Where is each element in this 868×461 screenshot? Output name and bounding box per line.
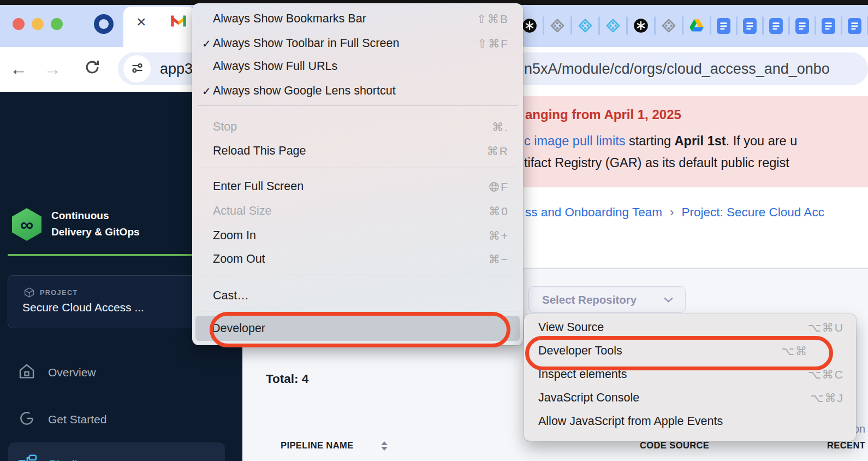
docs-icon[interactable] <box>848 18 861 34</box>
tab-separator <box>598 16 600 35</box>
docs-icon[interactable] <box>743 18 757 34</box>
breadcrumb-separator: › <box>670 205 674 220</box>
tab-separator <box>841 16 842 35</box>
get-started-icon <box>17 409 36 430</box>
menu-item-shortcut: ⌘0 <box>489 205 519 218</box>
minimize-button[interactable] <box>32 18 44 30</box>
gmail-icon[interactable] <box>170 14 187 30</box>
sidebar-item-pipelines[interactable]: Pipelines <box>17 452 96 461</box>
docs-icon[interactable] <box>769 18 783 34</box>
clover-gray-icon[interactable] <box>550 18 565 33</box>
harness-ring-icon[interactable] <box>94 14 114 34</box>
menu-item-always-show-google-lens-shortcut[interactable]: ✓ Always show Google Lens shortcut <box>197 79 519 103</box>
chatgpt-icon[interactable] <box>633 18 649 33</box>
banner-bold-text: April 1st <box>675 134 726 148</box>
url-text-left[interactable]: app3 <box>160 61 193 78</box>
column-header-code-source: CODE SOURCE <box>640 440 709 451</box>
home-icon <box>17 362 36 383</box>
column-header-pipeline-name[interactable]: PIPELINE NAME <box>281 440 354 451</box>
harness-cd-hexagon-icon: ∞ <box>12 208 41 241</box>
docs-icon[interactable] <box>822 18 835 34</box>
menu-item-javascript-console[interactable]: JavaScript Console ⌥⌘J <box>528 386 852 410</box>
shortcut-key: F <box>501 180 509 193</box>
menu-item-shortcut: ⌥⌘J <box>810 392 852 405</box>
sidebar-item-label: Overview <box>48 366 96 379</box>
sidebar-item-overview[interactable]: Overview <box>17 360 96 385</box>
breadcrumb-project-link[interactable]: Project: Secure Cloud Acc <box>682 205 824 220</box>
menu-item-always-show-toolbar-in-full-screen[interactable]: ✓ Always Show Toolbar in Full Screen ⇧⌘F <box>197 32 519 55</box>
menu-item-stop: Stop ⌘. <box>197 115 519 139</box>
tab-separator <box>815 16 816 35</box>
menu-item-label: Reload This Page <box>213 144 306 158</box>
select-repository-dropdown[interactable]: Select Repository <box>528 286 686 313</box>
tab-separator <box>543 16 544 35</box>
tab-separator <box>682 16 683 35</box>
sidebar-item-get-started[interactable]: Get Started <box>17 407 106 432</box>
reload-icon[interactable] <box>83 58 102 79</box>
url-text-right[interactable]: n5xA/module/cd/orgs/cloud_access_and_onb… <box>524 61 868 78</box>
menu-item-actual-size: Actual Size ⌘0 <box>197 199 519 223</box>
globe-icon <box>489 180 500 193</box>
menu-item-allow-javascript-from-apple-events[interactable]: Allow JavaScript from Apple Events <box>528 410 852 433</box>
menu-item-label: Always Show Full URLs <box>213 60 337 73</box>
docs-icon[interactable] <box>717 18 730 34</box>
tab-separator <box>762 16 764 35</box>
breadcrumb-org-link[interactable]: ss and Onboarding Team <box>525 205 662 220</box>
menu-item-label: Enter Full Screen <box>213 180 304 193</box>
menu-item-always-show-bookmarks-bar[interactable]: Always Show Bookmarks Bar ⇧⌘B <box>197 7 519 31</box>
tab-separator <box>788 16 790 35</box>
menu-item-shortcut: ⌘− <box>489 253 519 266</box>
clover-blue-icon[interactable] <box>605 18 621 33</box>
banner-link[interactable]: c image pull limits <box>524 134 625 148</box>
drive-icon[interactable] <box>689 19 704 33</box>
menu-item-cast[interactable]: Cast… <box>197 284 519 308</box>
clover-blue-icon[interactable] <box>578 18 593 33</box>
menu-separator <box>198 311 518 311</box>
menu-item-shortcut: ⇧⌘B <box>477 13 519 26</box>
menu-item-label: Zoom In <box>213 229 256 243</box>
developer-submenu: View Source ⌥⌘U Developer Tools ⌥⌘ Inspe… <box>524 314 856 441</box>
back-icon[interactable]: ← <box>10 60 27 78</box>
menu-item-label: Allow JavaScript from Apple Events <box>528 415 723 428</box>
annotation-circle-developer-tools <box>525 336 833 370</box>
menu-separator <box>198 168 518 168</box>
tab-close-icon[interactable]: × <box>136 14 146 30</box>
clover-gray-icon[interactable] <box>661 18 676 33</box>
menu-item-zoom-in[interactable]: Zoom In ⌘+ <box>197 224 519 247</box>
menu-separator <box>198 275 518 275</box>
chatgpt-icon[interactable] <box>522 18 537 33</box>
docs-icon[interactable] <box>795 18 809 34</box>
menu-item-label: JavaScript Console <box>528 391 639 405</box>
menu-item-label: Always Show Toolbar in Full Screen <box>213 37 399 50</box>
annotation-circle-developer <box>210 312 510 347</box>
zoom-button[interactable] <box>51 18 63 30</box>
banner-line3: tifact Registry (GAR) as its default pub… <box>524 156 789 170</box>
tab-separator <box>570 16 572 35</box>
menu-item-zoom-out[interactable]: Zoom Out ⌘− <box>197 247 519 271</box>
module-title-line1: Continuous <box>51 208 140 224</box>
menu-item-reload-this-page[interactable]: Reload This Page ⌘R <box>197 139 519 163</box>
sort-arrows-icon[interactable] <box>381 441 388 451</box>
banner-title: anging from April 1, 2025 <box>525 107 681 122</box>
chevron-down-icon <box>664 295 673 305</box>
module-title: Continuous Delivery & GitOps <box>51 208 140 240</box>
tab-separator <box>626 16 628 35</box>
menu-item-shortcut: F <box>489 180 519 193</box>
mini-tab-row <box>522 13 868 39</box>
menu-item-label: Actual Size <box>213 204 272 218</box>
banner-line2: c image pull limits starting April 1st. … <box>524 134 797 149</box>
forward-icon[interactable]: → <box>44 60 61 78</box>
checkmark: ✓ <box>197 85 213 98</box>
site-settings-chip[interactable] <box>123 55 151 82</box>
menu-item-enter-full-screen[interactable]: Enter Full Screen F <box>197 175 519 198</box>
project-label: PROJECT <box>40 289 78 297</box>
tab-separator <box>710 16 711 35</box>
module-title-line2: Delivery & GitOps <box>51 224 140 240</box>
menu-item-always-show-full-urls[interactable]: Always Show Full URLs <box>197 55 519 78</box>
breadcrumb: ss and Onboarding Team › Project: Secure… <box>525 205 824 220</box>
tab-separator <box>736 16 738 35</box>
close-button[interactable] <box>13 18 25 30</box>
menu-item-label: Always show Google Lens shortcut <box>213 84 396 98</box>
menu-item-label: Cast… <box>213 289 249 303</box>
menu-separator <box>198 105 518 106</box>
